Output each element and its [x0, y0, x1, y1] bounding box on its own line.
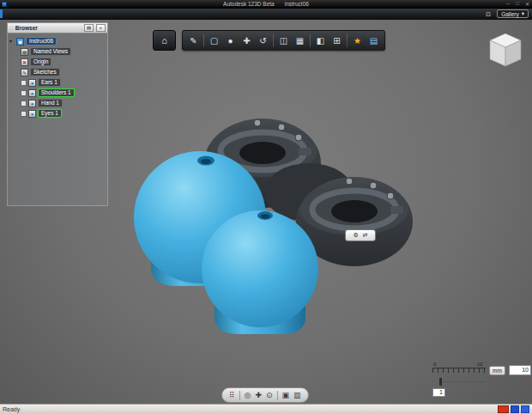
- mirror-icon: ◫: [280, 36, 287, 46]
- visibility-checkbox[interactable]: [21, 80, 27, 86]
- box-icon: ▢: [210, 36, 218, 46]
- grid-scale-widget: 0 10 mm 10 1: [427, 362, 532, 401]
- split-icon: ◧: [317, 36, 324, 46]
- body-icon: ●: [28, 79, 36, 87]
- item-label[interactable]: Ears 1: [38, 78, 61, 87]
- status-message: Ready: [3, 406, 20, 412]
- mirror-tool-button[interactable]: ◫: [275, 32, 292, 49]
- revolve-tool-button[interactable]: ↺: [255, 32, 271, 49]
- body-icon: ●: [28, 110, 36, 118]
- primitive-box-button[interactable]: ▢: [206, 32, 222, 49]
- body-icon: ●: [28, 89, 36, 97]
- browser-item-named-views[interactable]: ▦ Named Views: [9, 47, 106, 56]
- title-bar: Autodesk 123D Beta instruct06 ─ □ ✕: [0, 0, 532, 9]
- item-label[interactable]: Named Views: [30, 47, 71, 56]
- item-label[interactable]: instruct06: [26, 37, 57, 46]
- home-view-button[interactable]: ⌂: [153, 30, 176, 51]
- browser-panel-title: Browser: [15, 25, 38, 31]
- snapshot-icon[interactable]: ⊡: [486, 10, 491, 18]
- snap-tool-button[interactable]: ▤: [366, 32, 382, 49]
- sketch-icon: ✎: [190, 36, 196, 46]
- close-button[interactable]: ✕: [525, 1, 529, 7]
- sphere-icon: ●: [227, 36, 233, 46]
- zoom-icon[interactable]: ⊙: [266, 391, 273, 399]
- browser-header[interactable]: ∷ Browser ▤ «: [8, 23, 107, 33]
- combine-tool-button[interactable]: ⊞: [329, 32, 345, 49]
- snap-slider-track: [444, 381, 484, 382]
- material-icon: ★: [354, 36, 361, 46]
- primitive-sphere-button[interactable]: ●: [222, 32, 239, 49]
- viewport-3d[interactable]: ∷ Browser ▤ « ▾ ▣ instruct06 ▦ Named Vie…: [0, 20, 532, 404]
- browser-item-sketches[interactable]: ✎ Sketches: [9, 68, 106, 76]
- chevron-down-icon: ▾: [522, 10, 524, 17]
- item-label[interactable]: Shoulders 1: [38, 88, 75, 97]
- browser-item-ears[interactable]: ● Ears 1: [9, 78, 106, 87]
- item-label[interactable]: Sketches: [30, 68, 60, 76]
- move-icon: ✚: [243, 36, 250, 46]
- status-blue-button-2[interactable]: [521, 405, 529, 413]
- split-tool-button[interactable]: ◧: [312, 32, 329, 49]
- combine-icon: ⊞: [333, 36, 340, 46]
- panel-collapse-icon[interactable]: «: [96, 24, 106, 32]
- unit-button[interactable]: mm: [489, 366, 505, 375]
- window-title: Autodesk 123D Beta instruct06: [0, 1, 532, 7]
- material-tool-button[interactable]: ★: [349, 32, 366, 49]
- status-blocks: [498, 405, 529, 413]
- expand-arrow-icon[interactable]: ▾: [9, 38, 15, 45]
- pan-icon[interactable]: ✚: [255, 391, 262, 399]
- origin-icon: ✕: [21, 58, 28, 66]
- item-label[interactable]: Origin: [30, 58, 51, 66]
- document-title: instruct06: [285, 1, 309, 7]
- visibility-checkbox[interactable]: [21, 100, 27, 107]
- browser-item-instruct06[interactable]: ▾ ▣ instruct06: [9, 37, 106, 46]
- browser-item-eyes[interactable]: ● Eyes 1: [9, 109, 106, 118]
- main-toolbar: ⌂ ✎ ▢ ● ✚ ↺ ◫ ▦ ◧ ⊞ ★ ▤: [153, 30, 385, 51]
- named-views-icon: ▦: [21, 48, 28, 56]
- gallery-label: Gallery: [501, 11, 519, 17]
- pattern-icon: ▦: [296, 36, 304, 46]
- move-tool-button[interactable]: ✚: [239, 32, 255, 49]
- fit-view-icon[interactable]: ▣: [282, 391, 290, 399]
- top-strip: ⊡ Gallery ▾: [0, 9, 532, 20]
- scale-ruler: [432, 368, 486, 373]
- move-arrows-icon[interactable]: ⇄: [363, 232, 368, 239]
- item-label[interactable]: Hand 1: [38, 99, 63, 107]
- visibility-checkbox[interactable]: [21, 111, 27, 117]
- snap-slider-handle[interactable]: [439, 378, 442, 386]
- app-title: Autodesk 123D Beta: [223, 1, 275, 7]
- visibility-checkbox[interactable]: [21, 90, 27, 96]
- view-cube[interactable]: [486, 31, 525, 70]
- browser-item-origin[interactable]: ✕ Origin: [9, 58, 106, 66]
- home-icon: ⌂: [161, 35, 167, 46]
- gear-icon[interactable]: ⚙: [353, 232, 358, 239]
- body-icon: ●: [28, 100, 36, 107]
- item-label[interactable]: Eyes 1: [38, 109, 62, 118]
- navbar-grip-icon[interactable]: ⠿: [229, 391, 235, 399]
- tool-strip: ✎ ▢ ● ✚ ↺ ◫ ▦ ◧ ⊞ ★ ▤: [182, 30, 385, 51]
- snap-grid-icon: ▤: [370, 36, 378, 46]
- browser-panel: ∷ Browser ▤ « ▾ ▣ instruct06 ▦ Named Vie…: [7, 22, 108, 206]
- orbit-icon[interactable]: ◎: [245, 391, 251, 399]
- gallery-button[interactable]: Gallery ▾: [497, 9, 529, 18]
- context-mini-toolbar: ⚙ ⇄: [345, 229, 376, 241]
- document-icon: ▣: [16, 38, 24, 46]
- panel-grip-icon[interactable]: ∷: [9, 25, 13, 31]
- snap-increment-input[interactable]: 1: [432, 388, 445, 397]
- browser-item-shoulders[interactable]: ● Shoulders 1: [9, 88, 106, 97]
- pattern-tool-button[interactable]: ▦: [292, 32, 308, 49]
- minimize-button[interactable]: ─: [506, 1, 510, 7]
- browser-item-hand[interactable]: ● Hand 1: [9, 99, 106, 107]
- left-edge-accent: [0, 9, 3, 18]
- maximize-button[interactable]: □: [516, 1, 519, 7]
- display-settings-icon[interactable]: ▥: [293, 391, 301, 399]
- grid-size-input[interactable]: 10: [509, 365, 531, 375]
- status-bar: Ready: [0, 404, 532, 414]
- status-blue-button-1[interactable]: [511, 405, 519, 413]
- status-red-button[interactable]: [498, 405, 509, 413]
- navigation-bar: ⠿ ◎ ✚ ⊙ ▣ ▥: [221, 387, 309, 403]
- panel-layout-icon[interactable]: ▤: [84, 24, 94, 32]
- scale-max-label: 10: [477, 362, 483, 367]
- ear-dome-right[interactable]: [202, 210, 318, 334]
- browser-tree: ▾ ▣ instruct06 ▦ Named Views ✕ Origin ✎ …: [8, 33, 107, 121]
- sketch-tool-button[interactable]: ✎: [185, 32, 202, 49]
